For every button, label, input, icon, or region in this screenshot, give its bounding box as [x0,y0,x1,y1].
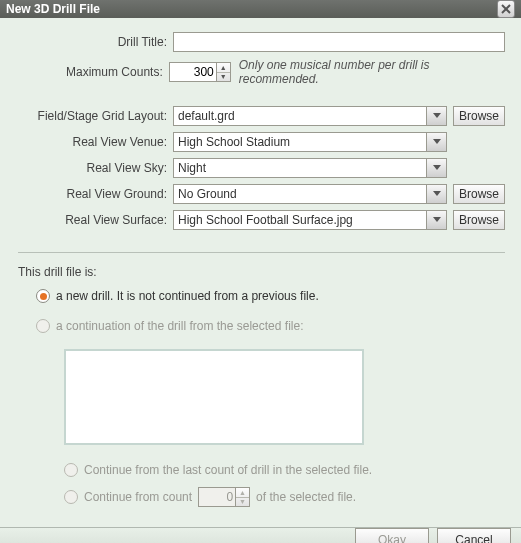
ground-value: No Ground [173,184,427,204]
max-counts-spinner[interactable]: ▲ ▼ [169,62,231,82]
venue-dropdown[interactable]: High School Stadium [173,132,447,152]
radio-continuation-label: a continuation of the drill from the sel… [56,319,303,333]
spinner-buttons[interactable]: ▲ ▼ [217,62,231,82]
spinner-down-icon[interactable]: ▼ [217,73,230,82]
continue-count-pre: Continue from count [84,490,192,504]
label-drill-title: Drill Title: [18,35,173,49]
dialog-title: New 3D Drill File [6,2,497,16]
chevron-down-icon[interactable] [427,184,447,204]
label-surface: Real View Surface: [18,213,173,227]
radio-continue-last-label: Continue from the last count of drill in… [84,463,372,477]
max-counts-input[interactable] [169,62,217,82]
dialog-body: Drill Title: Maximum Counts: ▲ ▼ Only on… [0,18,521,527]
field-layout-dropdown[interactable]: default.grd [173,106,447,126]
cancel-button[interactable]: Cancel [437,528,511,543]
chevron-down-icon[interactable] [427,210,447,230]
label-sky: Real View Sky: [18,161,173,175]
spinner-up-icon: ▲ [236,488,249,498]
continue-count-input [198,487,236,507]
radio-continue-last [64,463,78,477]
continue-count-spinner: ▲ ▼ [198,487,250,507]
field-layout-value: default.grd [173,106,427,126]
label-max-counts: Maximum Counts: [18,65,169,79]
venue-value: High School Stadium [173,132,427,152]
label-venue: Real View Venue: [18,135,173,149]
browse-button-layout[interactable]: Browse [453,106,505,126]
ground-dropdown[interactable]: No Ground [173,184,447,204]
close-icon [501,4,511,14]
spinner-down-icon: ▼ [236,498,249,507]
dialog-footer: Okay Cancel [0,527,521,543]
close-button[interactable] [497,0,515,18]
surface-dropdown[interactable]: High School Football Surface.jpg [173,210,447,230]
spinner-up-icon[interactable]: ▲ [217,63,230,73]
section-heading: This drill file is: [18,265,505,279]
titlebar: New 3D Drill File [0,0,521,18]
continuation-group: Continue from the last count of drill in… [64,349,505,517]
drill-title-input[interactable] [173,32,505,52]
browse-button-surface[interactable]: Browse [453,210,505,230]
radio-new-drill-label: a new drill. It is not continued from a … [56,289,319,303]
chevron-down-icon[interactable] [427,158,447,178]
chevron-down-icon[interactable] [427,106,447,126]
sky-value: Night [173,158,427,178]
surface-value: High School Football Surface.jpg [173,210,427,230]
label-ground: Real View Ground: [18,187,173,201]
browse-button-ground[interactable]: Browse [453,184,505,204]
radio-new-drill[interactable] [36,289,50,303]
dialog: New 3D Drill File Drill Title: Maximum C… [0,0,521,543]
divider [18,252,505,253]
continue-count-post: of the selected file. [256,490,356,504]
file-list-box[interactable] [64,349,364,445]
spinner-buttons: ▲ ▼ [236,487,250,507]
sky-dropdown[interactable]: Night [173,158,447,178]
label-field-layout: Field/Stage Grid Layout: [18,109,173,123]
radio-continuation[interactable] [36,319,50,333]
max-counts-hint: Only one musical number per drill is rec… [239,58,505,86]
radio-continue-count [64,490,78,504]
chevron-down-icon[interactable] [427,132,447,152]
okay-button[interactable]: Okay [355,528,429,543]
